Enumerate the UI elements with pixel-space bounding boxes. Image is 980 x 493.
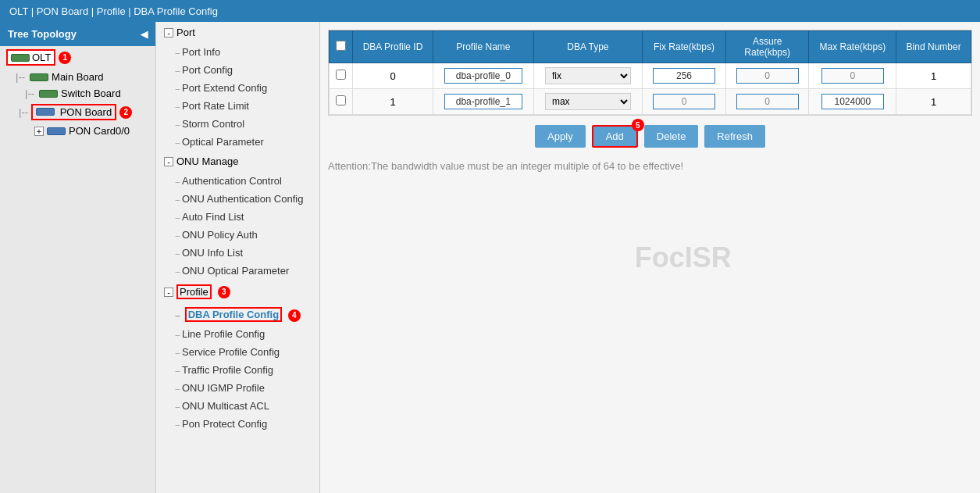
row1-dba-type-select[interactable]: fix max assured fix+assured assured+max [545,93,631,110]
row0-dba-type: fix max assured fix+assured assured+max [533,63,643,89]
row1-max-rate-input[interactable] [821,94,884,109]
menu-port-extend-config[interactable]: Port Extend Config [156,79,319,97]
menu-pon-protect-config[interactable]: Pon Protect Config [156,415,319,433]
table-row: 0 fix max assured fix+assured assured+ma… [330,63,971,89]
menu-onu-info-list[interactable]: ONU Info List [156,244,319,262]
add-button[interactable]: Add [592,125,638,148]
sidebar-collapse-icon[interactable]: ◀ [141,29,148,40]
apply-button[interactable]: Apply [535,125,586,148]
pon-board-label: PON Board [60,106,112,118]
menu-dba-profile-config[interactable]: DBA Profile Config 4 [156,304,319,325]
row1-dba-type: fix max assured fix+assured assured+max [533,89,643,115]
menu-auth-control[interactable]: Authentication Control [156,172,319,190]
breadcrumb: OLT | PON Board | Profile | DBA Profile … [9,5,218,17]
switch-board-icon [39,90,58,98]
row1-fix-rate [643,89,726,115]
table-row: 1 fix max assured fix+assured assured+ma… [330,89,971,115]
menu-onu-auth-config[interactable]: ONU Authentication Config [156,190,319,208]
menu-auto-find-list[interactable]: Auto Find List [156,208,319,226]
pon-card-icon [47,127,66,135]
col-fix-rate: Fix Rate(kbps) [643,31,726,63]
menu-storm-control[interactable]: Storm Control [156,115,319,133]
dba-profile-config-label: DBA Profile Config [185,307,283,322]
connector-2: |-- [25,88,34,99]
sidebar-title: Tree Topology ◀ [0,22,155,46]
main-board-icon [30,73,48,81]
sidebar-item-pon-board[interactable]: |-- PON Board 2 [0,102,155,123]
olt-icon [11,54,30,62]
right-content: FocISR DBA Profile ID Profile Name DBA T… [320,22,980,493]
menu-line-profile-config[interactable]: Line Profile Config [156,325,319,343]
main-board-label: Main Board [52,71,103,83]
pon-board-box: PON Board [31,104,116,120]
row0-max-rate [809,63,896,89]
row1-profile-name-input[interactable] [444,94,522,109]
row0-checkbox-cell [330,63,353,89]
sidebar-item-switch-board[interactable]: |-- Switch Board [0,85,155,102]
menu-onu-policy-auth[interactable]: ONU Policy Auth [156,226,319,244]
row1-fix-rate-input[interactable] [653,94,715,109]
sidebar-item-pon-card[interactable]: + PON Card0/0 [0,123,155,139]
menu-onu-multicast-acl[interactable]: ONU Multicast ACL [156,397,319,415]
data-table-wrapper: DBA Profile ID Profile Name DBA Type Fix… [328,30,972,116]
col-assure-rate: AssureRate(kbps) [725,31,809,63]
profile-section-header[interactable]: - Profile 3 [156,280,319,304]
olt-label: OLT [32,52,51,63]
watermark: FocISR [635,241,732,274]
row0-bind-number: 1 [896,63,971,89]
switch-board-label: Switch Board [61,88,121,99]
sidebar-item-olt[interactable]: OLT 1 [0,46,155,69]
olt-box: OLT [6,49,55,66]
add-button-wrapper: Add 5 [592,125,638,148]
pon-board-badge: 2 [119,106,132,119]
left-panel: - Port Port Info Port Config Port Extend… [156,22,320,493]
profile-expand-icon[interactable]: - [164,288,173,297]
dba-badge: 4 [288,309,301,322]
delete-button[interactable]: Delete [644,125,699,148]
onu-manage-expand-icon[interactable]: - [164,157,173,166]
row0-max-rate-input[interactable] [821,68,884,84]
row0-profile-name [433,63,534,89]
menu-port-info[interactable]: Port Info [156,43,319,61]
row0-checkbox[interactable] [336,70,346,80]
row1-checkbox[interactable] [336,95,346,105]
col-max-rate: Max Rate(kbps) [809,31,896,63]
onu-manage-section-header[interactable]: - ONU Manage [156,151,319,172]
profile-section-label: Profile [176,284,212,299]
row1-id: 1 [353,89,433,115]
row1-assure-rate [725,89,809,115]
connector-1: |-- [16,71,25,83]
col-profile-name: Profile Name [433,31,534,63]
profile-badge: 3 [218,286,230,298]
refresh-button[interactable]: Refresh [704,125,765,148]
col-checkbox-header [330,31,353,63]
row0-fix-rate-input[interactable] [653,68,715,84]
row0-id: 0 [353,63,433,89]
col-bind-number: Bind Number [896,31,971,63]
menu-traffic-profile-config[interactable]: Traffic Profile Config [156,361,319,379]
row0-assure-rate-input[interactable] [736,68,799,84]
port-expand-icon[interactable]: - [164,28,173,38]
col-dba-type: DBA Type [533,31,643,63]
port-section-header[interactable]: - Port [156,22,319,43]
row0-dba-type-select[interactable]: fix max assured fix+assured assured+max [545,67,631,84]
menu-port-rate-limit[interactable]: Port Rate Limit [156,97,319,115]
menu-service-profile-config[interactable]: Service Profile Config [156,343,319,361]
row1-assure-rate-input[interactable] [736,94,799,109]
pon-card-label: PON Card0/0 [69,125,130,137]
row0-fix-rate [643,63,726,89]
menu-onu-optical-param[interactable]: ONU Optical Parameter [156,262,319,280]
add-badge: 5 [632,119,644,131]
header-bar: OLT | PON Board | Profile | DBA Profile … [0,0,980,22]
onu-manage-section-label: ONU Manage [176,155,238,167]
sidebar-item-main-board[interactable]: |-- Main Board [0,69,155,85]
menu-optical-parameter[interactable]: Optical Parameter [156,133,319,151]
row0-profile-name-input[interactable] [444,68,522,84]
menu-onu-igmp-profile[interactable]: ONU IGMP Profile [156,379,319,397]
menu-port-config[interactable]: Port Config [156,61,319,79]
row1-checkbox-cell [330,89,353,115]
select-all-checkbox[interactable] [336,41,346,51]
sidebar: Tree Topology ◀ OLT 1 |-- Main Board |-- [0,22,156,493]
expand-pon-card[interactable]: + [34,127,44,136]
sidebar-title-label: Tree Topology [8,28,77,40]
